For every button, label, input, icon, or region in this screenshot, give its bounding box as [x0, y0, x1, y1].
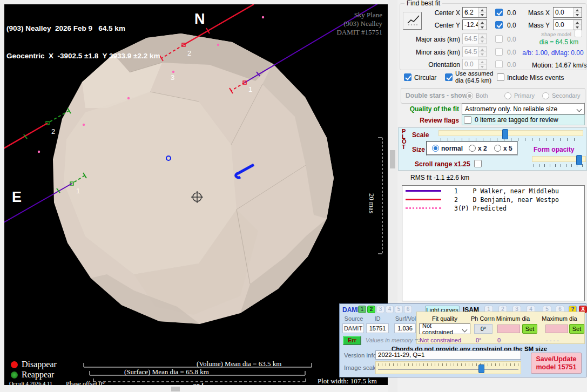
center-y-lock-value: 0.0: [507, 22, 516, 29]
plot-watermark: Sky Plane (903) Nealley DAMIT #15751: [336, 11, 382, 37]
use-assumed-dia-checkbox[interactable]: [445, 73, 453, 81]
double-stars-group: Double stars - show Both Primary Seconda…: [401, 88, 585, 104]
center-y-lock-checkbox[interactable]: [495, 21, 503, 29]
chord-list[interactable]: 1 P Walker, near Middlebu 2 D Benjamin, …: [402, 185, 585, 301]
surfvol-value: 1.036: [394, 323, 416, 333]
major-axis-label: Major axis (km): [403, 36, 460, 43]
max-dia-column-header: Maximum dia: [541, 315, 578, 322]
damit-model-5-button[interactable]: 5: [395, 306, 403, 313]
min-dia-input[interactable]: [497, 325, 520, 333]
watermark-line3: DAMIT #15751: [336, 28, 382, 37]
center-y-spinner[interactable]: -12.4: [462, 19, 487, 30]
min-dia-column-header: Minimum dia: [495, 315, 531, 322]
damit-model-4-button[interactable]: 4: [386, 306, 394, 313]
major-axis-lock-checkbox[interactable]: [495, 35, 503, 43]
damit-model-3-button[interactable]: 3: [376, 306, 384, 313]
max-dia-set-button[interactable]: Set: [569, 324, 584, 334]
double-stars-primary-label: Primary: [514, 92, 535, 99]
form-opacity-slider[interactable]: [532, 156, 586, 162]
vertical-scrollbar-thumb[interactable]: [390, 150, 395, 168]
scale-slider[interactable]: [438, 130, 583, 136]
max-dia-input[interactable]: [545, 325, 568, 333]
disappear-dot-icon: [11, 361, 18, 368]
double-stars-both-radio[interactable]: [466, 92, 473, 99]
version-info-input[interactable]: 2022-11-29, Q=1: [375, 350, 521, 360]
err-button[interactable]: Err: [343, 336, 361, 345]
source-value: DAMIT: [342, 323, 364, 333]
source-column-header: Source: [343, 315, 365, 322]
size-normal-radio[interactable]: [432, 145, 439, 152]
center-x-lock-checkbox[interactable]: [495, 9, 503, 16]
size-x5-radio[interactable]: [494, 145, 501, 152]
mas-scale-bracket: [378, 138, 382, 254]
include-miss-checkbox[interactable]: [497, 73, 504, 81]
fit-quality-column-header: Fit quality: [419, 315, 470, 322]
chord-list-item-3[interactable]: 3(P) Predicted: [402, 205, 584, 212]
min-dia-set-button[interactable]: Set: [522, 324, 537, 334]
double-stars-both-label: Both: [476, 92, 488, 99]
reappear-dot-icon: [11, 371, 18, 379]
minor-axis-spinner[interactable]: 64.5: [462, 46, 487, 57]
chord-list-item-1[interactable]: 1 P Walker, near Middlebu: [402, 187, 584, 194]
center-x-label: Center X: [427, 9, 460, 17]
review-flags-checkbox[interactable]: [464, 116, 471, 124]
image-scale-slider[interactable]: [375, 361, 521, 374]
values-in-memory-label: Values in memory =>: [366, 337, 422, 343]
minor-axis-lock-checkbox[interactable]: [495, 48, 503, 56]
damit-model-2-button[interactable]: 2: [367, 306, 375, 313]
watermark-line1: Sky Plane: [336, 11, 382, 19]
double-stars-primary-radio[interactable]: [504, 92, 511, 99]
memory-min-dia: 0: [497, 337, 501, 343]
volume-scale-label: (Volume) Mean dia = 63.5 km: [197, 360, 281, 368]
image-scale-thumb[interactable]: [478, 364, 484, 373]
double-stars-secondary-label: Secondary: [552, 92, 581, 99]
image-scale-label: Image scale: [344, 364, 377, 371]
mass-x-spinner[interactable]: 0.0: [553, 7, 582, 18]
double-stars-secondary-radio[interactable]: [542, 92, 549, 99]
major-axis-spinner[interactable]: 64.5: [462, 33, 487, 44]
major-axis-lock-value: 0.0: [507, 36, 516, 43]
chord-list-item-2[interactable]: 2 D Benjamin, near Westpo: [402, 196, 584, 203]
size-x2-radio[interactable]: [469, 145, 476, 152]
damit-model-6-button[interactable]: 6: [404, 306, 412, 313]
orientation-lock-checkbox[interactable]: [495, 60, 503, 68]
mass-x-label: Mass X: [525, 9, 550, 17]
watermark-line2: (903) Nealley: [336, 19, 382, 28]
sky-plane-plot[interactable]: 1 1 2 2 3: [4, 4, 388, 385]
plot-title: (903) Nealley 2026 Feb 9 64.5 km Geocent…: [6, 5, 160, 79]
chord2-label-r: 2: [51, 127, 55, 136]
ph-corrn-value: 0°: [474, 324, 492, 334]
damit-model-1-button[interactable]: 1: [358, 306, 366, 313]
version-info-label: Version info: [344, 352, 376, 359]
scroll-range-label: Scroll range x1.25: [415, 160, 470, 168]
east-label: E: [12, 189, 22, 206]
quality-of-fit-label: Quality of the fit: [402, 105, 459, 113]
plot-vertical-label: PLOT: [402, 129, 407, 150]
km-scale-label: 60 km: [188, 382, 215, 385]
quality-of-fit-select[interactable]: Astrometry only. No reliable size: [462, 103, 585, 114]
size-radio-group: normal x 2 x 5: [426, 141, 518, 156]
circular-checkbox[interactable]: [404, 73, 411, 81]
phase-offset-label: Phase offset 0°: [66, 380, 105, 385]
mass-y-spinner[interactable]: 0.0: [553, 19, 582, 30]
review-flags-label: Review flags: [402, 117, 459, 124]
memory-fit-quality: Not constrained: [420, 337, 461, 343]
orientation-spinner[interactable]: 0.0: [462, 59, 487, 70]
scroll-range-checkbox[interactable]: [474, 160, 482, 167]
center-x-spinner[interactable]: 6.2: [462, 7, 487, 18]
size-x2-label: x 2: [478, 145, 487, 152]
legend-disappear-label: Disappear: [22, 360, 57, 369]
review-flags-field: 0 items are tagged for review: [462, 114, 585, 125]
size-x5-label: x 5: [503, 145, 512, 152]
horizontal-scrollbar-thumb[interactable]: [171, 387, 180, 391]
save-update-model-button[interactable]: Save/Update model 15751: [531, 353, 582, 374]
image-scale-groove: [378, 369, 518, 370]
shape-model-checkbox[interactable]: [575, 30, 582, 37]
ph-corrn-column-header: Ph Corrn: [471, 315, 492, 322]
plot-width-label: Plot width: 107.5 km: [318, 377, 377, 385]
fit-quality-select[interactable]: Not constrained: [419, 323, 470, 334]
plot-title-line1: (903) Nealley 2026 Feb 9 64.5 km: [6, 24, 160, 33]
rms-fit-readout: RMS fit -1.1 ±2.6 km: [410, 174, 469, 181]
horizontal-scrollbar[interactable]: [0, 386, 388, 392]
run-fit-button[interactable]: [403, 12, 422, 30]
